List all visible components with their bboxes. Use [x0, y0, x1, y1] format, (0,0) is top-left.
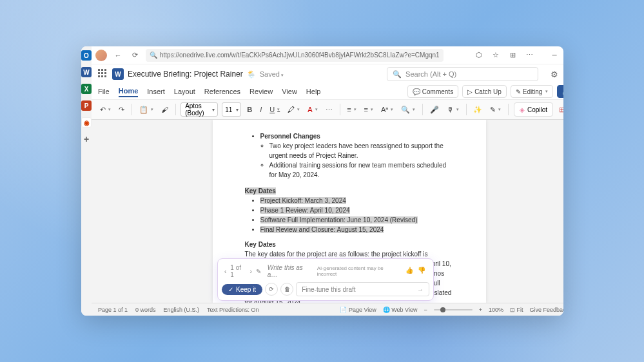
tab-insert[interactable]: Insert	[147, 86, 165, 97]
zoom-level[interactable]: 100%	[489, 307, 503, 313]
bullet-item: Final Review and Closure: August 15, 202…	[260, 226, 384, 233]
zoom-out[interactable]: −	[424, 307, 427, 313]
app-window: O W X P ◉ + ← ⟳ 🔍 https://onedrive.live.…	[81, 46, 563, 316]
fit-button[interactable]: ⊡ Fit	[510, 307, 523, 313]
keep-it-button[interactable]: ✓ Keep it	[222, 284, 262, 295]
copilot-button[interactable]: ◈Copilot	[514, 102, 553, 117]
copilot-prev[interactable]: ‹	[224, 268, 226, 275]
thumbs-up-icon[interactable]: 👍	[405, 267, 415, 276]
zoom-slider[interactable]	[434, 309, 473, 310]
designer-button[interactable]: ✨	[471, 104, 484, 115]
tab-review[interactable]: Review	[249, 86, 273, 97]
search-placeholder: Search (Alt + Q)	[405, 70, 456, 78]
italic-button[interactable]: I	[258, 104, 264, 115]
font-size-select[interactable]: 11	[222, 102, 241, 117]
copilot-finetune-input[interactable]: Fine-tune this draft →	[296, 282, 429, 296]
outlook-icon[interactable]: O	[81, 50, 92, 61]
dictate-button[interactable]: 🎤	[428, 104, 441, 115]
ribbon-tabs: File Home Insert Layout References Revie…	[92, 84, 563, 99]
regenerate-icon[interactable]: ⟳	[265, 283, 278, 296]
app-launcher-icon[interactable]	[98, 69, 108, 79]
redo-button[interactable]: ↷	[117, 104, 126, 115]
bullet-item: Software Full Implementation: June 10, 2…	[260, 216, 418, 224]
copilot-hint[interactable]: Write this as a…	[268, 264, 313, 278]
heading-keydates: Key Dates	[245, 187, 276, 195]
zoom-in[interactable]: +	[479, 307, 482, 313]
find-button[interactable]: 🔍▾	[399, 104, 417, 115]
word-rail-icon[interactable]: W	[81, 67, 92, 77]
minimize-button[interactable]: ─	[545, 46, 563, 64]
discard-icon[interactable]: 🗑	[280, 283, 293, 296]
bullet-item: Phase 1 Review: April 10, 2024	[260, 207, 350, 214]
voice-button[interactable]: 🎙▾	[445, 104, 461, 115]
tab-view[interactable]: View	[282, 86, 297, 97]
font-select[interactable]: Aptos (Body)	[181, 102, 218, 117]
feedback-link[interactable]: Give Feedback to Microsoft	[530, 307, 563, 313]
copilot-draft-card: ‹ 1 of 1 › ✎ Write this as a… AI-generat…	[217, 258, 434, 301]
tab-file[interactable]: File	[98, 86, 110, 97]
table-button[interactable]: ⊞▾	[557, 104, 563, 115]
share-button[interactable]: 🔗 Share ▾	[557, 85, 563, 98]
url-bar[interactable]: 🔍 https://onedrive.live.com/w/t/EaCKkPs6…	[146, 49, 444, 62]
tab-layout[interactable]: Layout	[174, 86, 195, 97]
browser-titlebar: ← ⟳ 🔍 https://onedrive.live.com/w/t/EaCK…	[92, 46, 563, 64]
text-predictions[interactable]: Text Predictions: On	[207, 307, 259, 313]
refresh-button[interactable]: ⟳	[129, 50, 141, 61]
comments-button[interactable]: 💬 Comments	[407, 85, 458, 98]
document-canvas[interactable]: Personnel Changes Two key project leader…	[92, 120, 563, 303]
main-area: ← ⟳ 🔍 https://onedrive.live.com/w/t/EaCK…	[92, 46, 563, 316]
excel-rail-icon[interactable]: X	[81, 84, 92, 94]
language-indicator[interactable]: English (U.S.)	[164, 307, 200, 313]
word-app-icon[interactable]: W	[112, 68, 124, 80]
bullet-item: Project Kickoff: March 3, 2024	[260, 197, 346, 204]
ribbon-toolbar: ↶▾ ↷ 📋▾ 🖌 Aptos (Body) 11 B I U▾ 🖍▾ A▾ ⋯…	[92, 99, 563, 120]
format-painter[interactable]: 🖌	[159, 104, 170, 115]
powerpoint-rail-icon[interactable]: P	[81, 100, 92, 111]
bullets-button[interactable]: ≡▾	[345, 104, 358, 115]
ai-disclaimer: AI-generated content may be incorrect	[317, 265, 402, 277]
page-indicator[interactable]: Page 1 of 1	[98, 307, 128, 313]
url-text: https://onedrive.live.com/w/t/EaCKkPs6Ac…	[160, 52, 440, 59]
tab-help[interactable]: Help	[306, 86, 321, 97]
styles-button[interactable]: Aᵃ▾	[379, 104, 395, 115]
send-icon[interactable]: →	[417, 286, 424, 293]
left-rail: O W X P ◉ +	[81, 46, 92, 316]
tab-home[interactable]: Home	[119, 86, 139, 97]
favorite-icon[interactable]: ☆	[491, 50, 501, 61]
pencil-icon: ✎	[256, 268, 261, 275]
undo-button[interactable]: ↶▾	[98, 104, 113, 115]
paste-button[interactable]: 📋▾	[137, 104, 155, 115]
status-bar: Page 1 of 1 0 words English (U.S.) Text …	[92, 303, 563, 316]
collections-icon[interactable]: ⊞	[507, 50, 518, 61]
font-color-button[interactable]: A▾	[306, 104, 319, 115]
lock-icon: 🔍	[150, 52, 157, 59]
editing-button[interactable]: ✎ Editing ▾	[511, 85, 554, 98]
editor-button[interactable]: ✎▾	[488, 104, 503, 115]
shopping-icon[interactable]: ⬡	[474, 50, 484, 61]
catchup-button[interactable]: ▷ Catch Up	[462, 85, 507, 98]
tab-references[interactable]: References	[204, 86, 240, 97]
document-title[interactable]: Executive Briefing: Project Rainer	[128, 70, 243, 79]
word-count[interactable]: 0 words	[135, 307, 156, 313]
profile-avatar-small[interactable]	[95, 50, 107, 61]
thumbs-down-icon[interactable]: 👎	[418, 267, 427, 276]
app-rail-icon[interactable]: ◉	[81, 117, 92, 128]
web-view-button[interactable]: 🌐 Web View	[383, 307, 418, 313]
back-button[interactable]: ←	[112, 50, 124, 61]
heading-personnel: Personnel Changes	[260, 131, 454, 141]
underline-button[interactable]: U▾	[268, 104, 282, 115]
search-icon: 🔍	[393, 70, 402, 79]
highlight-button[interactable]: 🖍▾	[286, 104, 302, 115]
app-header: W Executive Briefing: Project Rainer 🌦️ …	[92, 64, 563, 84]
save-status[interactable]: Saved▾	[260, 70, 284, 78]
page-view-button[interactable]: 📄 Page View	[340, 307, 376, 313]
add-app-icon[interactable]: +	[81, 134, 92, 144]
copilot-next[interactable]: ›	[250, 268, 252, 275]
settings-icon[interactable]: ⚙	[549, 68, 560, 80]
align-button[interactable]: ≡▾	[362, 104, 375, 115]
more-font-icon[interactable]: ⋯	[324, 104, 335, 115]
bold-button[interactable]: B	[245, 104, 254, 115]
search-input[interactable]: 🔍 Search (Alt + Q)	[387, 67, 538, 81]
more-browser-icon[interactable]: ⋯	[524, 50, 534, 61]
heading-keydates-2: Key Dates	[245, 240, 454, 249]
